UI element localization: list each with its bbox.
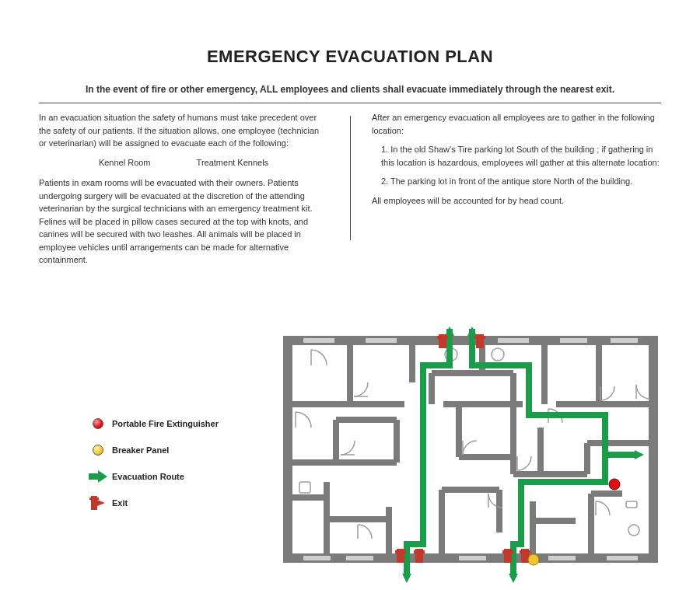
- left-para-1: In an evacuation situation the safety of…: [39, 111, 328, 150]
- gather-location-1: 1. In the old Shaw's Tire parking lot So…: [381, 143, 661, 169]
- room-treatment: Treatment Kennels: [197, 156, 269, 169]
- right-para-2: All employees will be accounted for by h…: [372, 194, 661, 208]
- left-para-2: Patients in exam rooms will be evacuated…: [39, 176, 328, 267]
- svg-marker-68: [402, 574, 411, 583]
- svg-marker-3: [97, 500, 105, 506]
- page-title: EMERGENCY EVACUATION PLAN: [39, 47, 661, 67]
- breaker-marker: [528, 554, 539, 565]
- room-kennel: Kennel Room: [99, 156, 151, 169]
- exit-icon: [84, 495, 112, 511]
- svg-rect-78: [414, 550, 425, 553]
- gather-location-2: 2. The parking lot in front of the antiq…: [381, 175, 661, 188]
- column-divider: [350, 116, 351, 240]
- right-column: After an emergency evacuation all employ…: [350, 111, 661, 273]
- right-para-1: After an emergency evacuation all employ…: [372, 111, 661, 137]
- legend-route: Evacuation Route: [112, 472, 184, 481]
- subtitle: In the event of fire or other emergency,…: [39, 84, 661, 95]
- route-icon: [84, 470, 112, 483]
- divider: [39, 103, 661, 103]
- svg-rect-2: [89, 497, 99, 500]
- legend-extinguisher: Portable Fire Extinguisher: [112, 419, 219, 428]
- svg-rect-80: [502, 550, 513, 553]
- left-column: In an evacuation situation the safety of…: [39, 111, 350, 273]
- svg-rect-74: [474, 336, 485, 339]
- svg-point-63: [492, 348, 504, 361]
- breaker-icon: [84, 445, 112, 456]
- svg-marker-67: [467, 326, 477, 336]
- legend-breaker: Breaker Panel: [112, 445, 169, 455]
- floor-plan: [280, 326, 669, 586]
- svg-marker-69: [509, 574, 518, 583]
- svg-marker-0: [89, 470, 107, 483]
- legend: Portable Fire Extinguisher Breaker Panel…: [84, 410, 219, 516]
- extinguisher-icon: [84, 418, 112, 429]
- legend-exit: Exit: [112, 498, 128, 508]
- svg-marker-70: [635, 450, 644, 459]
- svg-rect-64: [626, 501, 637, 508]
- extinguisher-marker: [609, 479, 620, 490]
- svg-rect-61: [299, 482, 310, 493]
- svg-point-65: [628, 525, 639, 536]
- room-list: Kennel Room Treatment Kennels: [39, 156, 328, 169]
- svg-rect-76: [395, 550, 406, 553]
- text-columns: In an evacuation situation the safety of…: [39, 111, 661, 273]
- svg-rect-82: [520, 550, 530, 553]
- svg-rect-72: [437, 336, 448, 339]
